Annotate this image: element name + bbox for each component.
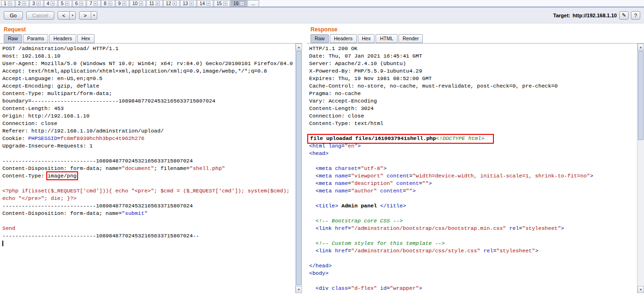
- request-scrollbar-thumb[interactable]: [296, 51, 302, 285]
- tab-close-icon[interactable]: ×: [36, 1, 41, 6]
- response-tab-raw[interactable]: Raw: [311, 34, 329, 43]
- code-segment: "description": [351, 180, 393, 186]
- repeater-tab-4[interactable]: 4×: [44, 0, 58, 7]
- forward-dropdown-icon[interactable]: ▾: [91, 12, 97, 19]
- scroll-up-icon[interactable]: ▲: [296, 44, 302, 51]
- tab-close-icon[interactable]: ×: [79, 1, 83, 6]
- code-line: Host: 192.168.1.10: [2, 52, 295, 60]
- scroll-up-icon[interactable]: ▲: [637, 44, 644, 51]
- tab-close-icon[interactable]: ×: [122, 1, 126, 6]
- code-segment: echo "</pre>"; die; }?>: [2, 195, 77, 201]
- tab-close-icon[interactable]: ×: [108, 1, 112, 6]
- repeater-tab-14[interactable]: 14×: [197, 0, 213, 7]
- code-segment: rel: [506, 225, 519, 231]
- repeater-tab-2[interactable]: 2×: [15, 0, 29, 7]
- code-line: <body>: [309, 270, 637, 277]
- code-line: -----------------------------10898487702…: [2, 202, 295, 210]
- code-line: <!-- Bootstrap core CSS -->: [309, 217, 637, 225]
- repeater-tab-12[interactable]: 12×: [163, 0, 180, 7]
- code-segment: =: [348, 173, 351, 179]
- back-arrow-label[interactable]: <: [58, 12, 70, 19]
- cancel-button[interactable]: Cancel: [26, 11, 54, 20]
- tab-close-icon[interactable]: ×: [65, 1, 69, 6]
- tab-number-label: 1: [4, 1, 7, 6]
- repeater-tab-3[interactable]: 3×: [29, 0, 43, 7]
- response-scrollbar-thumb[interactable]: [638, 51, 644, 140]
- code-line: [2, 217, 295, 225]
- tab-close-icon[interactable]: ×: [139, 1, 143, 6]
- tab-number-label: 13: [183, 1, 188, 6]
- repeater-tab-9[interactable]: 9×: [116, 0, 130, 7]
- request-tab-params[interactable]: Params: [23, 34, 48, 43]
- response-editor[interactable]: HTTP/1.1 200 OKDate: Thu, 07 Jan 2021 16…: [307, 43, 644, 293]
- back-dropdown-icon[interactable]: ▾: [70, 12, 75, 19]
- repeater-tab-5[interactable]: 5×: [58, 0, 72, 7]
- tab-close-icon[interactable]: ×: [206, 1, 210, 6]
- request-tab-hex[interactable]: Hex: [77, 34, 94, 43]
- code-line: POST /adminstration/upload/ HTTP/1.1: [2, 45, 295, 52]
- request-tab-headers[interactable]: Headers: [49, 34, 76, 43]
- repeater-tab-11[interactable]: 11×: [146, 0, 162, 7]
- repeater-tab-16[interactable]: 16×: [231, 0, 247, 7]
- code-segment: >: [590, 173, 593, 179]
- tab-number-label: 15: [217, 1, 222, 6]
- response-tab-render[interactable]: Render: [398, 34, 423, 43]
- tab-overflow-button[interactable]: ...: [247, 0, 259, 7]
- code-segment: fc8mf8939hchh3bpc4t962h276: [60, 135, 144, 141]
- repeater-tab-6[interactable]: 6×: [72, 0, 87, 7]
- code-line: <head>: [309, 150, 637, 157]
- code-line: <div class="d-flex" id="wrapper">: [309, 285, 637, 292]
- response-tab-html[interactable]: HTML: [376, 34, 398, 43]
- scroll-down-icon[interactable]: ▼: [296, 286, 302, 293]
- tab-close-icon[interactable]: ×: [223, 1, 227, 6]
- tab-close-icon[interactable]: ×: [94, 1, 98, 6]
- tab-number-label: 2: [18, 1, 21, 6]
- edit-target-button[interactable]: ✎: [619, 11, 629, 20]
- response-scrollbar[interactable]: ▲ ▼: [637, 44, 644, 293]
- code-line: <meta charset="utf-8">: [309, 165, 637, 172]
- code-line: Content-Length: 3024: [309, 105, 637, 112]
- code-segment: "viewport": [351, 173, 384, 179]
- code-line: Connection: close: [2, 120, 295, 127]
- tab-close-icon[interactable]: ×: [22, 1, 26, 6]
- code-segment: "author": [351, 188, 377, 194]
- history-forward-button[interactable]: > ▾: [79, 11, 97, 20]
- repeater-tab-15[interactable]: 15×: [214, 0, 230, 7]
- repeater-tab-13[interactable]: 13×: [180, 0, 196, 7]
- tab-close-icon[interactable]: ×: [240, 1, 244, 6]
- request-editor[interactable]: POST /adminstration/upload/ HTTP/1.1Host…: [0, 43, 302, 293]
- code-segment: >: [384, 165, 387, 171]
- scroll-down-icon[interactable]: ▼: [637, 286, 644, 293]
- tab-close-icon[interactable]: ×: [51, 1, 55, 6]
- repeater-tab-1[interactable]: 1×: [1, 0, 15, 7]
- code-segment: =: [348, 248, 351, 254]
- response-editor-code[interactable]: HTTP/1.1 200 OKDate: Thu, 07 Jan 2021 16…: [307, 44, 637, 293]
- code-line: [309, 210, 637, 217]
- forward-arrow-label[interactable]: >: [80, 12, 91, 19]
- code-segment: >: [412, 188, 416, 194]
- tab-close-icon[interactable]: ×: [173, 1, 177, 6]
- code-segment: Server: Apache/2.4.10 (Ubuntu): [309, 60, 406, 66]
- go-button[interactable]: Go: [4, 11, 23, 20]
- repeater-tab-8[interactable]: 8×: [101, 0, 115, 7]
- response-tab-hex[interactable]: Hex: [358, 34, 375, 43]
- code-segment: "stylesheet": [496, 248, 535, 254]
- repeater-tab-10[interactable]: 10×: [130, 0, 146, 7]
- response-tab-headers[interactable]: Headers: [330, 34, 357, 43]
- tab-close-icon[interactable]: ×: [156, 1, 160, 6]
- code-segment: Pragma: no-cache: [309, 90, 361, 96]
- help-button[interactable]: ?: [631, 11, 640, 20]
- tab-close-icon[interactable]: ×: [8, 1, 12, 6]
- code-segment: content: [384, 173, 409, 179]
- history-back-button[interactable]: < ▾: [58, 11, 76, 20]
- code-segment: Host: 192.168.1.10: [2, 53, 60, 59]
- request-scrollbar[interactable]: ▲ ▼: [295, 44, 302, 293]
- request-tab-raw[interactable]: Raw: [4, 34, 22, 43]
- request-editor-code[interactable]: POST /adminstration/upload/ HTTP/1.1Host…: [0, 44, 295, 293]
- code-line: Content-Disposition: form-data; name="su…: [2, 210, 295, 217]
- target-label: Target:: [553, 13, 570, 18]
- repeater-tab-7[interactable]: 7×: [87, 0, 101, 7]
- request-title: Request: [4, 26, 302, 33]
- code-segment: =: [387, 285, 390, 291]
- tab-close-icon[interactable]: ×: [189, 1, 194, 6]
